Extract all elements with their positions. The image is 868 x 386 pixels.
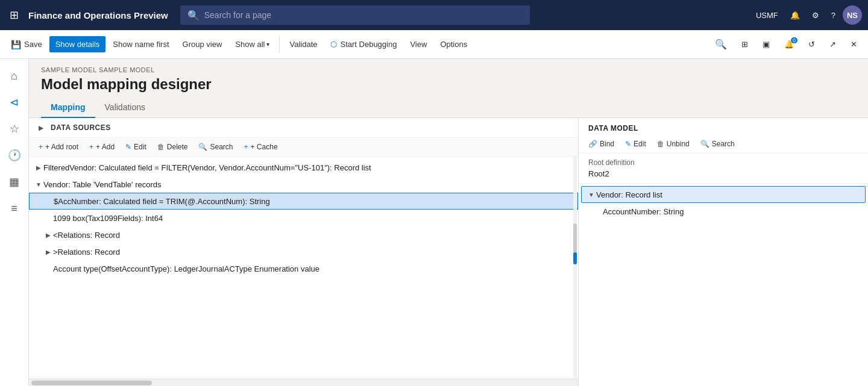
toolbar-side-icon[interactable]: ▣	[756, 36, 776, 52]
add-root-icon: +	[39, 143, 43, 151]
root-def-value: Root2	[588, 169, 858, 178]
validate-button[interactable]: Validate	[283, 36, 323, 52]
save-label: Save	[24, 40, 42, 49]
tree-item-filtered-vendor[interactable]: ▶ FilteredVendor: Calculated field = FIL…	[29, 159, 578, 176]
sidebar-favorites-icon[interactable]: ☆	[2, 117, 27, 141]
main-layout: ⌂ ⊲ ☆ 🕐 ▦ ≡ SAMPLE MODEL SAMPLE MODEL Mo…	[0, 59, 868, 386]
toolbar-external-link-icon[interactable]: ↗	[823, 36, 842, 52]
user-company: USMF	[751, 7, 783, 23]
relations-greater-text: >Relations: Record	[53, 247, 573, 257]
tax1099-text: 1099 box(Tax1099Fields): Int64	[53, 214, 573, 223]
app-title: Finance and Operations Preview	[28, 10, 168, 20]
debug-icon: ⬡	[330, 40, 337, 49]
edit-button[interactable]: ✎ Edit	[121, 140, 151, 154]
show-all-label: Show all	[235, 40, 265, 49]
panel-collapse-button[interactable]: ▶	[36, 123, 46, 132]
unbind-button[interactable]: 🗑 Unbind	[652, 137, 694, 151]
dm-search-icon: 🔍	[700, 140, 709, 148]
tree-item-relations-less[interactable]: ▶ <Relations: Record	[29, 226, 578, 243]
help-icon[interactable]: ?	[826, 7, 840, 23]
toolbar-close-icon[interactable]: ✕	[844, 36, 863, 52]
filtered-vendor-text: FilteredVendor: Calculated field = FILTE…	[43, 163, 573, 172]
toolbar-grid-icon[interactable]: ⊞	[735, 36, 754, 52]
main-toolbar: 💾 Save Show details Show name first Grou…	[0, 30, 868, 59]
vendor-text: Vendor: Table 'VendTable' records	[43, 180, 573, 189]
options-label: Options	[440, 40, 467, 49]
search-button[interactable]: 🔍 Search	[193, 140, 237, 154]
toolbar-badge-icon[interactable]: 🔔 0	[778, 36, 800, 52]
relations-less-text: <Relations: Record	[53, 231, 573, 240]
data-model-panel: DATA MODEL 🔗 Bind ✎ Edit 🗑 Unbind	[579, 118, 868, 386]
delete-button[interactable]: 🗑 Delete	[153, 140, 193, 154]
sidebar-recent-icon[interactable]: 🕐	[2, 143, 27, 167]
toggle-relations-greater[interactable]: ▶	[43, 247, 53, 257]
sidebar-filter-icon[interactable]: ⊲	[2, 90, 27, 114]
dm-toggle-vendor[interactable]: ▼	[587, 190, 596, 199]
h-scroll-thumb	[31, 381, 152, 385]
account-type-text: Account type(OffsetAccountType): LedgerJ…	[53, 264, 573, 273]
page-header: SAMPLE MODEL SAMPLE MODEL Model mapping …	[29, 59, 868, 98]
grid-icon[interactable]: ⊞	[6, 5, 22, 25]
view-label: View	[410, 40, 427, 49]
show-name-first-label: Show name first	[113, 40, 169, 49]
add-icon: +	[89, 143, 93, 151]
chevron-down-icon: ▾	[266, 41, 269, 48]
breadcrumb: SAMPLE MODEL SAMPLE MODEL	[41, 66, 856, 73]
data-model-title: DATA MODEL	[579, 118, 868, 135]
acc-number-text: $AccNumber: Calculated field = TRIM(@.Ac…	[54, 197, 573, 206]
dm-tree-item-account-number[interactable]: AccountNumber: String	[579, 203, 868, 220]
root-def-label: Root definition	[588, 158, 858, 167]
toggle-vendor[interactable]: ▼	[34, 179, 43, 189]
toggle-filtered-vendor[interactable]: ▶	[34, 163, 43, 172]
add-root-button[interactable]: + + Add root	[34, 140, 83, 154]
start-debugging-button[interactable]: ⬡ Start Debugging	[324, 36, 403, 52]
toolbar-refresh-icon[interactable]: ↺	[802, 36, 821, 52]
validate-label: Validate	[289, 40, 317, 49]
unbind-icon: 🗑	[657, 140, 664, 148]
root-definition-section: Root definition Root2	[579, 154, 868, 184]
dm-tree-item-vendor[interactable]: ▼ Vendor: Record list	[581, 186, 866, 203]
options-button[interactable]: Options	[434, 36, 473, 52]
nav-search-input[interactable]	[204, 10, 523, 20]
show-details-button[interactable]: Show details	[49, 36, 106, 52]
user-avatar[interactable]: NS	[843, 5, 862, 25]
nav-search-icon: 🔍	[187, 10, 200, 21]
search-icon: 🔍	[198, 143, 207, 151]
toggle-relations-less[interactable]: ▶	[43, 230, 53, 240]
show-name-first-button[interactable]: Show name first	[107, 36, 175, 52]
tree-item-vendor[interactable]: ▼ Vendor: Table 'VendTable' records	[29, 176, 578, 193]
tree-item-acc-number[interactable]: $AccNumber: Calculated field = TRIM(@.Ac…	[29, 193, 578, 210]
sidebar-list-icon[interactable]: ≡	[2, 196, 27, 220]
data-model-tree[interactable]: ▼ Vendor: Record list AccountNumber: Str…	[579, 184, 868, 386]
user-initials: NS	[847, 11, 858, 20]
left-sidebar: ⌂ ⊲ ☆ 🕐 ▦ ≡	[0, 59, 29, 386]
sidebar-workspace-icon[interactable]: ▦	[2, 170, 27, 194]
bind-button[interactable]: 🔗 Bind	[583, 137, 619, 151]
dm-edit-button[interactable]: ✎ Edit	[620, 137, 651, 151]
sidebar-home-icon[interactable]: ⌂	[2, 64, 27, 88]
group-view-button[interactable]: Group view	[177, 36, 228, 52]
vertical-scrollbar[interactable]	[573, 157, 577, 379]
tab-validations[interactable]: Validations	[95, 98, 155, 118]
horizontal-scrollbar[interactable]	[29, 379, 578, 386]
settings-icon[interactable]: ⚙	[807, 7, 824, 23]
cache-icon: +	[244, 143, 248, 151]
add-button[interactable]: + + Add	[84, 140, 119, 154]
dm-search-button[interactable]: 🔍 Search	[696, 137, 740, 151]
tree-item-account-type[interactable]: Account type(OffsetAccountType): LedgerJ…	[29, 260, 578, 277]
edit-icon: ✎	[125, 143, 131, 151]
toolbar-search-icon[interactable]: 🔍	[709, 35, 733, 54]
view-button[interactable]: View	[404, 36, 433, 52]
tree-item-tax1099[interactable]: 1099 box(Tax1099Fields): Int64	[29, 210, 578, 226]
save-button[interactable]: 💾 Save	[5, 36, 48, 53]
cache-button[interactable]: + + Cache	[239, 140, 283, 154]
data-sources-panel: ▶ DATA SOURCES + + Add root + + Add ✎ Ed…	[29, 118, 579, 386]
data-sources-toolbar: + + Add root + + Add ✎ Edit 🗑 Delete	[29, 138, 578, 157]
data-sources-tree[interactable]: ▶ FilteredVendor: Calculated field = FIL…	[29, 157, 578, 379]
nav-search-box[interactable]: 🔍	[180, 5, 530, 25]
nav-right: USMF 🔔 ⚙ ? NS	[751, 5, 862, 25]
notification-icon[interactable]: 🔔	[785, 7, 805, 23]
tab-mapping[interactable]: Mapping	[41, 98, 95, 118]
show-all-button[interactable]: Show all ▾	[229, 36, 275, 52]
tree-item-relations-greater[interactable]: ▶ >Relations: Record	[29, 243, 578, 260]
